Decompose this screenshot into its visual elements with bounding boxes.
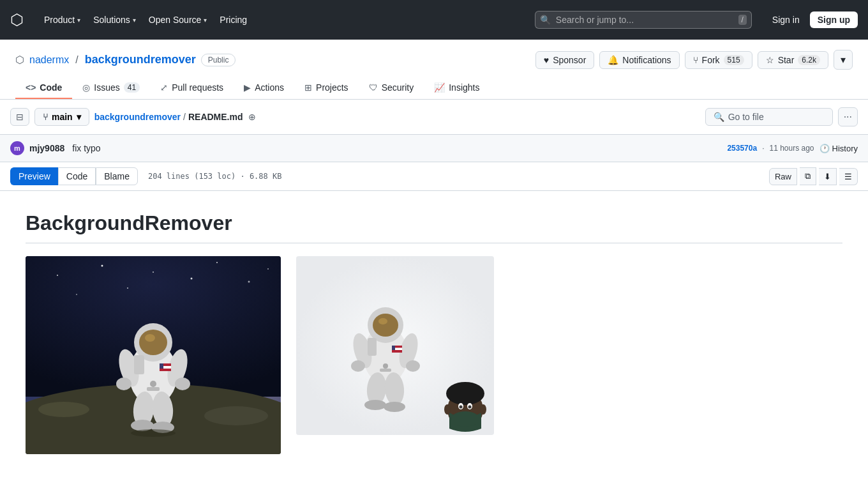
svg-point-39: [378, 318, 387, 324]
tab-insights[interactable]: 📈 Insights: [424, 77, 490, 99]
tab-code[interactable]: <> Code: [15, 77, 72, 99]
sidebar-icon: ⊟: [16, 112, 24, 122]
tab-actions[interactable]: ▶ Actions: [234, 77, 294, 99]
more-options-button[interactable]: ···: [838, 107, 858, 126]
svg-point-34: [131, 429, 176, 437]
svg-point-1: [57, 275, 58, 276]
copy-raw-button[interactable]: ⧉: [800, 167, 816, 185]
fork-button[interactable]: ⑂ Fork 515: [685, 51, 752, 69]
commit-meta: 253570a · 11 hours ago 🕐 History: [727, 144, 858, 153]
repo-tabs: <> Code ◎ Issues 41 ⤢ Pull requests ▶ Ac…: [15, 77, 853, 99]
raw-button[interactable]: Raw: [769, 168, 797, 185]
svg-point-5: [248, 281, 250, 283]
svg-rect-30: [160, 363, 163, 369]
view-tabs: Preview Code Blame: [10, 167, 138, 185]
blame-tab-button[interactable]: Blame: [96, 167, 138, 185]
commit-author-link[interactable]: mjy9088: [29, 143, 64, 153]
copy-icon: ⧉: [805, 171, 811, 181]
copy-path-button[interactable]: ⊕: [246, 109, 258, 125]
code-tab-button[interactable]: Code: [58, 167, 96, 185]
history-link[interactable]: 🕐 History: [819, 144, 858, 153]
author-avatar: m: [10, 141, 24, 155]
breadcrumb-separator: /: [183, 112, 186, 122]
download-button[interactable]: ⬇: [819, 168, 837, 185]
repo-title-row: ⬡ nadermx / backgroundremover Public ♥ S…: [15, 50, 853, 70]
commit-message: fix typo: [72, 143, 100, 153]
solutions-chevron-icon: ▾: [133, 17, 136, 24]
product-chevron-icon: ▾: [77, 17, 80, 24]
preview-tab-button[interactable]: Preview: [10, 167, 58, 185]
commit-hash-link[interactable]: 253570a: [727, 144, 757, 153]
svg-point-62: [451, 411, 479, 427]
svg-point-63: [444, 404, 451, 415]
goto-search-icon: 🔍: [714, 112, 724, 122]
svg-point-38: [373, 314, 398, 337]
actions-icon: ▶: [244, 82, 251, 93]
svg-point-17: [145, 334, 155, 342]
svg-point-9: [267, 268, 269, 270]
svg-point-64: [480, 404, 486, 415]
commit-timestamp: 11 hours ago: [769, 144, 814, 153]
repo-owner-link[interactable]: nadermx: [29, 54, 69, 66]
svg-rect-55: [380, 369, 391, 372]
svg-point-12: [38, 402, 89, 417]
search-bar: 🔍 /: [535, 11, 752, 29]
svg-point-2: [101, 265, 103, 267]
breadcrumb-repo-link[interactable]: backgroundremover: [94, 112, 181, 122]
star-dropdown-button[interactable]: ▾: [834, 50, 853, 70]
svg-rect-51: [392, 350, 402, 353]
notifications-button[interactable]: 🔔 Notifications: [599, 51, 679, 69]
svg-rect-31: [134, 355, 144, 374]
solutions-nav-button[interactable]: Solutions ▾: [88, 11, 141, 29]
readme-image-before: [26, 256, 281, 454]
breadcrumb-filename: README.md: [188, 112, 243, 122]
commit-time: ·: [762, 144, 764, 153]
svg-point-21: [175, 377, 190, 390]
branch-icon: ⑂: [43, 112, 48, 122]
pricing-nav-button[interactable]: Pricing: [214, 11, 252, 29]
svg-point-61: [468, 406, 472, 409]
tab-pull-requests[interactable]: ⤢ Pull requests: [150, 77, 234, 99]
svg-point-47: [384, 402, 405, 412]
svg-point-20: [116, 377, 131, 390]
insights-graph-icon: 📈: [434, 82, 445, 93]
readme-images: [26, 256, 842, 454]
repo-name-link[interactable]: backgroundremover: [85, 53, 196, 66]
branch-selector-button[interactable]: ⑂ main ▾: [34, 108, 89, 126]
heart-icon: ♥: [544, 55, 549, 65]
svg-point-7: [127, 287, 128, 289]
issues-icon: ◎: [82, 82, 90, 93]
github-logo[interactable]: ⬡: [10, 11, 24, 29]
commit-row: m mjy9088 fix typo 253570a · 11 hours ag…: [0, 135, 868, 162]
sign-in-button[interactable]: Sign in: [767, 11, 805, 28]
file-metadata: 204 lines (153 loc) · 6.88 KB: [148, 172, 282, 181]
svg-point-4: [216, 262, 218, 263]
raw-mode-button[interactable]: ☰: [839, 168, 858, 185]
projects-icon: ⊞: [304, 82, 312, 93]
search-icon: 🔍: [540, 15, 551, 25]
open-source-nav-button[interactable]: Open Source ▾: [144, 11, 213, 29]
visibility-badge: Public: [201, 54, 236, 66]
security-shield-icon: 🛡: [369, 82, 378, 93]
fork-icon: ⑂: [693, 55, 698, 65]
svg-point-32: [150, 381, 156, 387]
sign-up-button[interactable]: Sign up: [810, 11, 858, 28]
readme-content: BackgroundRemover: [0, 191, 868, 475]
svg-point-60: [460, 406, 463, 409]
svg-point-6: [76, 294, 77, 295]
svg-point-57: [446, 382, 484, 405]
search-input[interactable]: [535, 11, 752, 29]
star-button[interactable]: ☆ Star 6.2k: [758, 51, 828, 69]
tab-issues[interactable]: ◎ Issues 41: [72, 77, 150, 99]
sidebar-toggle-button[interactable]: ⊟: [10, 108, 29, 126]
sponsor-button[interactable]: ♥ Sponsor: [535, 51, 594, 69]
goto-file-input[interactable]: 🔍 Go to file: [705, 108, 833, 126]
svg-point-8: [191, 278, 193, 280]
repo-icon: ⬡: [15, 54, 24, 66]
svg-rect-52: [392, 346, 395, 350]
file-actions: Raw ⧉ ⬇ ☰: [769, 167, 858, 185]
tab-projects[interactable]: ⊞ Projects: [294, 77, 359, 99]
tab-security[interactable]: 🛡 Security: [359, 77, 424, 99]
product-nav-button[interactable]: Product ▾: [39, 11, 86, 29]
fork-count: 515: [724, 55, 744, 65]
